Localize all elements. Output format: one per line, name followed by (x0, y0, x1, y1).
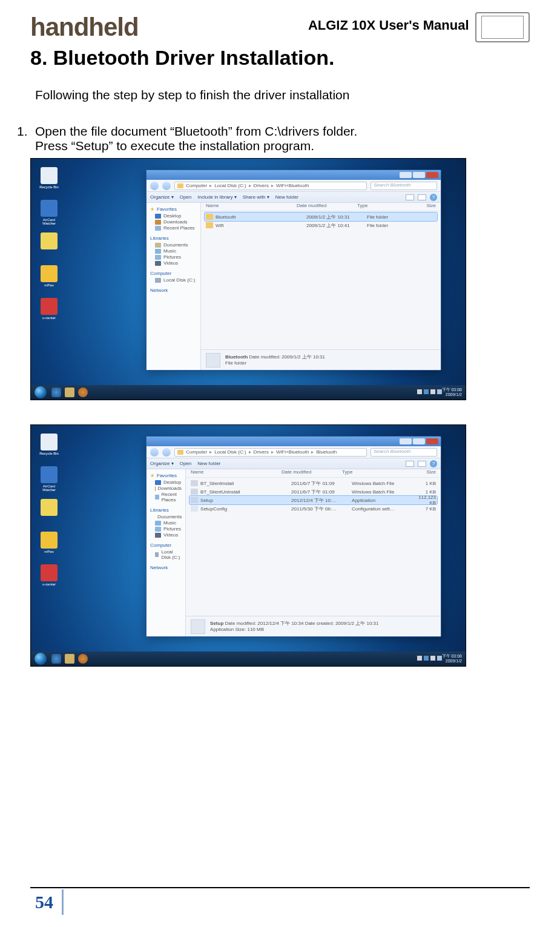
nav-item[interactable]: Recent Places (155, 225, 197, 231)
window-maximize-button[interactable] (413, 438, 425, 444)
window-minimize-button[interactable] (400, 438, 412, 444)
start-button[interactable] (35, 653, 47, 665)
breadcrumb-segment[interactable]: Bluetooth (316, 449, 337, 455)
nav-item[interactable]: Pictures (155, 254, 197, 260)
breadcrumb-segment[interactable]: Computer (186, 449, 207, 455)
toolbar-organize[interactable]: Organize ▾ (150, 194, 174, 200)
col-name[interactable]: Name (206, 203, 297, 211)
nav-item[interactable]: Desktop (155, 213, 197, 219)
taskbar-ie-icon[interactable] (51, 654, 61, 664)
nav-item[interactable]: Videos (155, 260, 197, 266)
view-button[interactable] (406, 461, 414, 467)
breadcrumb-segment[interactable]: Drivers (254, 183, 269, 188)
window-close-button[interactable] (426, 438, 438, 444)
nav-item[interactable]: Videos (155, 532, 182, 538)
nav-group-header[interactable]: Libraries (150, 236, 197, 241)
desktop-shortcut[interactable]: AirCard Watcher (37, 200, 61, 226)
tray-icons[interactable] (415, 656, 442, 662)
desktop-shortcut[interactable]: mPas (37, 265, 61, 292)
help-button[interactable]: ? (430, 460, 437, 467)
file-row[interactable]: Bluetooth2009/1/2 上午 10:31File folder (205, 213, 437, 221)
desktop-shortcut[interactable] (37, 499, 61, 526)
desktop-shortcut[interactable]: u-center (37, 564, 61, 591)
preview-pane-button[interactable] (418, 461, 426, 467)
breadcrumb-segment[interactable]: Local Disk (C:) (214, 449, 246, 455)
nav-item[interactable]: Recent Places (155, 492, 182, 503)
footer-rule (30, 887, 530, 888)
taskbar-ie-icon[interactable] (51, 388, 61, 397)
desktop-shortcut[interactable]: AirCard Watcher (37, 466, 61, 493)
nav-group-header[interactable]: Network (150, 565, 182, 570)
nav-group-header[interactable]: Network (150, 288, 197, 293)
preview-pane-button[interactable] (418, 194, 426, 200)
toolbar-open[interactable]: Open (180, 461, 192, 466)
toolbar-share[interactable]: Share with ▾ (243, 194, 269, 200)
view-button[interactable] (406, 194, 414, 200)
nav-item[interactable]: Music (155, 520, 182, 526)
desktop-shortcut[interactable]: Recycle Bin (37, 167, 61, 194)
taskbar-media-icon[interactable] (78, 388, 88, 397)
nav-back-button[interactable] (150, 448, 159, 457)
nav-group-header[interactable]: ★Favorites (150, 473, 182, 478)
file-row[interactable]: Setup2012/12/4 下午 10:…Application112,123… (189, 496, 437, 504)
nav-group-header[interactable]: Computer (150, 543, 182, 548)
desktop-shortcut[interactable]: mPas (37, 532, 61, 558)
nav-item[interactable]: Desktop (155, 480, 182, 485)
help-button[interactable]: ? (430, 194, 437, 201)
nav-item[interactable]: Local Disk (C:) (155, 549, 182, 560)
nav-item[interactable]: Music (155, 248, 197, 254)
nav-forward-button[interactable] (162, 448, 171, 457)
taskbar-explorer-icon[interactable] (65, 654, 74, 664)
file-row[interactable]: SetupConfig2011/5/30 下午 06:…Configuratio… (189, 504, 437, 513)
col-type[interactable]: Type (357, 203, 424, 211)
col-size[interactable]: Size (409, 469, 436, 477)
column-headers[interactable]: Name Date modified Type Size (186, 469, 441, 478)
tray-clock[interactable]: 下午 03:08 2009/1/2 (442, 654, 462, 663)
tray-clock[interactable]: 下午 03:08 2009/1/2 (442, 388, 462, 397)
nav-item[interactable]: Downloads (155, 219, 197, 225)
desktop-shortcut[interactable]: u-center (37, 298, 61, 325)
col-date[interactable]: Date modified (297, 203, 357, 211)
nav-item[interactable]: Documents (155, 514, 182, 520)
toolbar-include[interactable]: Include in library ▾ (197, 194, 236, 200)
toolbar-organize[interactable]: Organize ▾ (150, 461, 174, 466)
tray-icons[interactable] (415, 389, 442, 395)
nav-forward-button[interactable] (162, 182, 171, 190)
window-maximize-button[interactable] (413, 172, 425, 178)
breadcrumb-segment[interactable]: WiFi+Bluetooth (276, 449, 309, 455)
nav-group-header[interactable]: Libraries (150, 507, 182, 513)
toolbar-newfolder[interactable]: New folder (197, 461, 220, 466)
search-input[interactable]: Search Bluetooth (371, 182, 437, 190)
col-date[interactable]: Date modified (282, 469, 342, 477)
nav-group-header[interactable]: Computer (150, 271, 197, 276)
col-type[interactable]: Type (342, 469, 409, 477)
breadcrumb-segment[interactable]: WiFi+Bluetooth (276, 183, 309, 188)
col-size[interactable]: Size (424, 203, 436, 211)
breadcrumb[interactable]: Computer ▸ Local Disk (C:) ▸ Drivers ▸ W… (174, 448, 367, 457)
window-minimize-button[interactable] (400, 172, 412, 178)
breadcrumb-segment[interactable]: Local Disk (C:) (214, 183, 246, 188)
nav-group-header[interactable]: ★Favorites (150, 206, 197, 212)
taskbar-explorer-icon[interactable] (65, 388, 74, 397)
column-headers[interactable]: Name Date modified Type Size (201, 203, 441, 211)
toolbar-newfolder[interactable]: New folder (275, 194, 298, 200)
start-button[interactable] (35, 386, 47, 398)
file-row[interactable]: BT_Silentinstall2011/6/7 下午 01:09Windows… (189, 479, 437, 487)
nav-item[interactable]: Documents (155, 242, 197, 248)
toolbar-open[interactable]: Open (180, 194, 192, 200)
breadcrumb-segment[interactable]: Computer (186, 183, 207, 188)
breadcrumb-segment[interactable]: Drivers (254, 449, 269, 455)
window-close-button[interactable] (426, 172, 438, 178)
breadcrumb[interactable]: Computer ▸ Local Disk (C:) ▸ Drivers ▸ W… (174, 182, 367, 190)
nav-item[interactable]: Pictures (155, 526, 182, 532)
file-row[interactable]: BT_SilentUninstall2011/6/7 下午 01:09Windo… (189, 487, 437, 496)
desktop-shortcut[interactable] (37, 233, 61, 259)
nav-item[interactable]: Downloads (155, 486, 182, 491)
file-row[interactable]: Wifi2009/1/2 上午 10:41File folder (205, 221, 437, 229)
col-name[interactable]: Name (191, 469, 282, 477)
desktop-shortcut[interactable]: Recycle Bin (37, 434, 61, 460)
search-input[interactable]: Search Bluetooth (371, 448, 437, 457)
taskbar-media-icon[interactable] (78, 654, 88, 664)
nav-item[interactable]: Local Disk (C:) (155, 277, 197, 283)
nav-back-button[interactable] (150, 182, 159, 190)
